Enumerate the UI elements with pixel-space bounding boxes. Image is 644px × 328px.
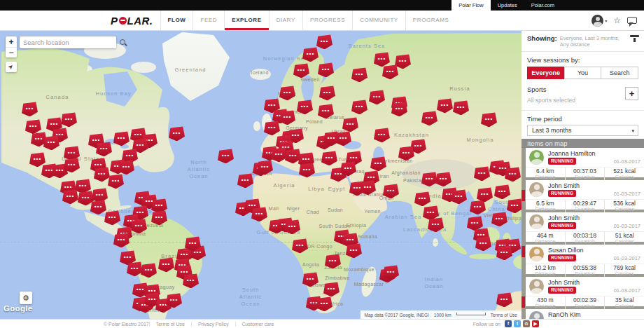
footer-link-privacy-policy[interactable]: Privacy Policy [191, 322, 235, 327]
session-card[interactable]: John SmithRUNNING01-03-2017464 mDistance… [526, 212, 644, 242]
map-settings-button[interactable]: ⚙ [20, 292, 32, 304]
nav-item-diary[interactable]: DIARY [269, 11, 302, 30]
stat-label: Distance [526, 207, 565, 212]
cluster-dots-icon: ••• [457, 104, 465, 110]
nav-item-progress[interactable]: PROGRESS [302, 11, 352, 30]
my-location-arrow-icon: ➤ [7, 63, 15, 71]
cluster-dots-icon: ••• [284, 114, 291, 120]
map-zoom-controls: + − [6, 36, 17, 57]
cluster-dots-icon: ••• [322, 108, 330, 114]
footer-link-customer-care[interactable]: Customer care [235, 322, 281, 327]
nav-right-icons: ▾ ☆ [592, 11, 644, 30]
polar-logo[interactable]: P LAR. [111, 11, 153, 30]
cluster-dots-icon: ••• [145, 267, 153, 273]
avatar [529, 182, 544, 197]
cluster-dots-icon: ••• [344, 165, 352, 171]
topbar-tab-polar-com[interactable]: Polar.com [524, 0, 561, 11]
user-menu[interactable]: ▾ [592, 15, 607, 27]
cluster-dots-icon: ••• [440, 176, 447, 182]
stat-distance: 464 mDistance [526, 232, 565, 245]
gear-icon: ⚙ [22, 294, 29, 302]
cluster-dots-icon: ••• [56, 168, 64, 173]
cluster-dots-icon: ••• [92, 137, 100, 143]
filter-icon[interactable] [630, 34, 639, 43]
favorites-star-icon[interactable]: ☆ [613, 16, 621, 25]
session-stats: 10.2 kmDistance00:55:38Duration769 kcalC… [526, 264, 644, 277]
cluster-dots-icon: ••• [356, 71, 363, 77]
cluster-dots-icon: ••• [498, 189, 506, 194]
cluster-dots-icon: ••• [268, 102, 276, 108]
twitter-icon[interactable]: t [514, 320, 521, 327]
scale-bar [456, 313, 486, 315]
add-sport-button[interactable]: + [625, 87, 638, 100]
youtube-icon[interactable]: ▶ [532, 320, 539, 327]
nav-item-flow[interactable]: FLOW [160, 11, 193, 30]
search-icon[interactable] [119, 39, 127, 47]
session-card[interactable]: RanOh Kim [526, 309, 644, 319]
map-marker-sliver [522, 296, 525, 308]
session-card[interactable]: John SmithRUNNING01-03-2017430 mDistance… [526, 277, 644, 306]
cluster-dots-icon: ••• [94, 204, 102, 210]
stat-label: Calories [605, 175, 644, 180]
cluster-dots-icon: ••• [112, 178, 120, 184]
attribution-text: Map data ©2017 Google, INEGI [365, 313, 429, 317]
cluster-dots-icon: ••• [477, 232, 485, 238]
topbar-tab-polar-flow[interactable]: Polar Flow [451, 0, 490, 11]
showing-value: Everyone, Last 3 months, Any distance [560, 34, 627, 48]
cluster-dots-icon: ••• [170, 297, 178, 303]
session-card[interactable]: Susan DillonRUNNING01-03-201710.2 kmDist… [526, 245, 644, 274]
cluster-dots-icon: ••• [66, 193, 74, 199]
search-input[interactable] [20, 39, 119, 46]
sport-badge: RUNNING [548, 158, 576, 164]
footer-link-terms-of-use[interactable]: Terms of Use [149, 322, 191, 327]
stat-label: Duration [566, 239, 605, 245]
time-period-label: Time period [527, 115, 638, 123]
facebook-icon[interactable]: f [505, 320, 512, 327]
topbar-tab-updates[interactable]: Updates [491, 0, 524, 11]
stat-label: Duration [566, 303, 605, 309]
instagram-icon[interactable]: ⊙ [523, 320, 530, 327]
nav-item-programs[interactable]: PROGRAMS [405, 11, 456, 30]
session-card[interactable]: Joanna HamiltonRUNNING01-03-20176.4 kmDi… [526, 148, 644, 177]
map-terms-link[interactable]: Terms of Use [491, 313, 517, 317]
zoom-in-button[interactable]: + [6, 36, 17, 47]
items-on-map-header: Items on map [522, 139, 644, 148]
cluster-dots-icon: ••• [94, 162, 102, 168]
cluster-dots-icon: ••• [511, 203, 519, 208]
avatar [529, 214, 544, 229]
stat-calories: 769 kcalCalories [604, 264, 644, 277]
nav-item-community[interactable]: COMMUNITY [352, 11, 405, 30]
session-date: 01-03-2017 [614, 191, 640, 197]
cluster-dots-icon: ••• [485, 116, 493, 122]
my-location-button[interactable]: ➤ [6, 62, 17, 72]
cluster-dots-icon: ••• [340, 135, 347, 141]
time-period-select[interactable]: Last 3 months ▾ [527, 125, 638, 136]
view-by-search-button[interactable]: Search [601, 67, 638, 79]
map-marker-sliver [522, 246, 525, 257]
map-search [20, 36, 116, 48]
cluster-dots-icon: ••• [321, 39, 328, 44]
feedback-bubble-icon[interactable] [627, 17, 637, 24]
stat-label: Calories [605, 303, 644, 309]
stat-label: Distance [526, 175, 565, 180]
sport-badge: RUNNING [548, 222, 576, 228]
zoom-out-button[interactable]: − [6, 47, 17, 57]
cluster-dots-icon: ••• [181, 252, 188, 257]
sport-badge: RUNNING [548, 287, 576, 293]
nav-item-feed[interactable]: FEED [192, 11, 224, 30]
filters-panel: Showing: Everyone, Last 3 months, Any di… [522, 31, 644, 319]
nav-item-explore[interactable]: EXPLORE [224, 11, 268, 30]
cluster-dots-icon: ••• [326, 155, 333, 160]
session-user-name: John Smith [548, 212, 644, 221]
top-site-bar: Polar FlowUpdatesPolar.com [0, 0, 644, 11]
view-sessions-buttons: EveryoneYouSearch [527, 67, 638, 79]
session-card[interactable]: John SmithRUNNING01-03-20176.5 kmDistanc… [526, 180, 644, 210]
avatar[interactable] [592, 15, 603, 27]
cluster-dots-icon: ••• [96, 192, 104, 198]
view-by-you-button[interactable]: You [564, 67, 602, 79]
view-by-everyone-button[interactable]: Everyone [527, 67, 565, 79]
avatar [529, 150, 544, 165]
session-date: 01-03-2017 [614, 223, 640, 229]
sessions-list: Joanna HamiltonRUNNING01-03-20176.4 kmDi… [522, 148, 644, 319]
cluster-dots-icon: ••• [373, 94, 381, 100]
